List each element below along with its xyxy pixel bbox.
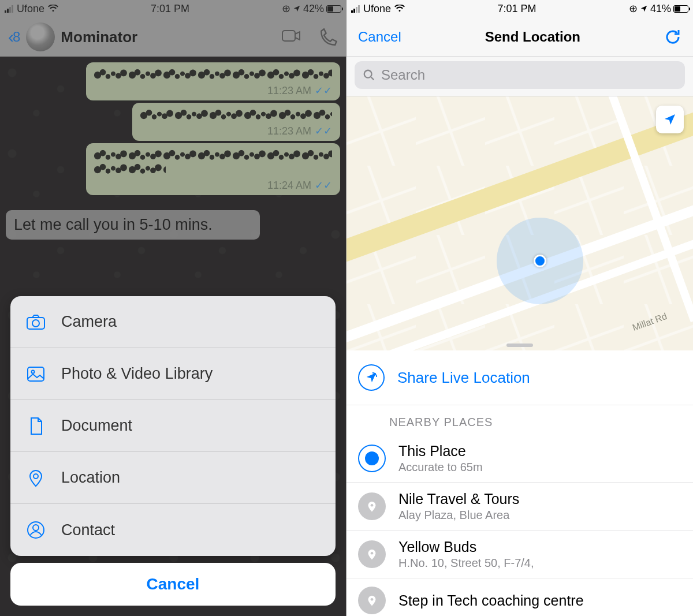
read-ticks-icon: ✓✓ — [315, 179, 332, 192]
cancel-button[interactable]: Cancel — [358, 29, 401, 45]
lock-icon: ⊕ — [282, 2, 290, 15]
document-icon — [25, 416, 46, 436]
sheet-item-photo-library[interactable]: Photo & Video Library — [10, 348, 336, 400]
search-bar-container: Search — [346, 57, 693, 96]
read-ticks-icon: ✓✓ — [315, 84, 332, 97]
message-time: 11:24 AM — [267, 180, 311, 191]
contact-icon — [25, 520, 46, 540]
photo-icon — [25, 364, 46, 384]
camera-icon — [25, 312, 46, 333]
lock-icon: ⊕ — [629, 2, 638, 15]
sheet-item-label: Photo & Video Library — [61, 365, 213, 383]
redacted-text — [94, 68, 332, 82]
sheet-item-label: Location — [61, 469, 120, 487]
place-item[interactable]: Nile Travel & ToursAlay Plaza, Blue Area — [346, 483, 693, 531]
message-bubble[interactable]: 11:24 AM✓✓ — [86, 143, 340, 195]
place-pin-icon — [358, 587, 386, 614]
current-location-marker — [497, 218, 583, 304]
message-bubble[interactable]: 11:23 AM✓✓ — [86, 62, 340, 100]
page-title: Send Location — [401, 29, 664, 45]
place-title: Yellow Buds — [398, 539, 534, 555]
place-title: Step in Tech coaching centre — [398, 592, 584, 609]
sheet-item-location[interactable]: Location — [10, 452, 336, 504]
right-screenshot: Ufone 7:01 PM ⊕ 41% Cancel Send Location… — [346, 0, 693, 616]
redacted-text — [94, 149, 332, 163]
search-icon — [363, 69, 375, 81]
clock-label: 7:01 PM — [58, 3, 282, 15]
location-services-icon — [293, 5, 301, 13]
wifi-icon — [48, 5, 58, 13]
left-screenshot: Ufone 7:01 PM ⊕ 42% ‹8 Mominator — [0, 0, 346, 616]
navigation-bar: Cancel Send Location — [346, 17, 693, 57]
svg-point-4 — [32, 370, 35, 373]
place-title: Nile Travel & Tours — [398, 491, 519, 507]
svg-point-5 — [33, 474, 38, 479]
message-bubble[interactable]: 11:23 AM✓✓ — [132, 103, 340, 141]
place-subtitle: Accurate to 65m — [398, 461, 483, 474]
svg-point-9 — [371, 504, 374, 507]
place-pin-icon — [358, 492, 386, 520]
clock-label: 7:01 PM — [405, 3, 629, 15]
place-title: This Place — [398, 443, 483, 460]
sheet-item-camera[interactable]: Camera — [10, 296, 336, 348]
svg-point-11 — [371, 598, 374, 601]
avatar[interactable] — [26, 23, 55, 51]
redacted-text — [140, 109, 332, 122]
search-input[interactable]: Search — [355, 61, 685, 89]
map-view[interactable]: Millat Rd — [346, 96, 693, 350]
svg-point-10 — [371, 552, 374, 555]
svg-rect-0 — [282, 31, 295, 41]
status-bar: Ufone 7:01 PM ⊕ 42% — [0, 0, 346, 17]
sheet-item-label: Camera — [61, 313, 117, 331]
video-call-icon[interactable] — [281, 28, 302, 46]
status-bar: Ufone 7:01 PM ⊕ 41% — [346, 0, 693, 17]
search-placeholder: Search — [381, 67, 425, 83]
signal-icon — [351, 5, 360, 13]
battery-icon — [326, 5, 341, 13]
incoming-message[interactable]: Let me call you in 5-10 mins. — [6, 210, 260, 240]
back-button[interactable]: ‹8 — [8, 27, 20, 47]
drag-handle[interactable] — [506, 344, 533, 347]
svg-rect-3 — [28, 367, 44, 381]
place-item-this-place[interactable]: This PlaceAccurate to 65m — [346, 435, 693, 483]
carrier-label: Ufone — [363, 3, 391, 15]
attachment-sheet: Camera Photo & Video Library Document Lo… — [10, 296, 336, 606]
svg-point-7 — [33, 525, 39, 531]
place-subtitle: Alay Plaza, Blue Area — [398, 509, 519, 522]
sheet-item-document[interactable]: Document — [10, 400, 336, 452]
contact-name[interactable]: Mominator — [61, 28, 275, 46]
refresh-icon[interactable] — [664, 28, 681, 46]
place-pin-icon — [358, 540, 386, 568]
share-live-location[interactable]: Share Live Location — [346, 350, 693, 405]
place-item[interactable]: Yellow BudsH.No. 10, Street 50, F-7/4, — [346, 531, 693, 578]
location-services-icon — [640, 5, 648, 13]
sheet-item-label: Contact — [61, 521, 115, 539]
share-live-label: Share Live Location — [397, 369, 530, 387]
selected-place-icon — [358, 445, 386, 472]
chat-header: ‹8 Mominator — [0, 17, 346, 57]
battery-pct: 42% — [303, 3, 324, 15]
unread-count: 8 — [13, 29, 20, 45]
read-ticks-icon: ✓✓ — [315, 125, 332, 137]
svg-point-8 — [364, 70, 372, 78]
signal-icon — [5, 5, 13, 13]
place-subtitle: H.No. 10, Street 50, F-7/4, — [398, 557, 534, 570]
battery-pct: 41% — [650, 3, 671, 15]
cancel-button[interactable]: Cancel — [10, 563, 336, 606]
redacted-text — [94, 163, 166, 177]
message-time: 11:23 AM — [267, 125, 311, 137]
live-location-icon — [358, 364, 385, 391]
location-panel: Share Live Location NEARBY PLACES This P… — [346, 350, 693, 616]
sheet-item-label: Document — [61, 417, 132, 435]
voice-call-icon[interactable] — [317, 28, 338, 46]
battery-icon — [673, 5, 688, 13]
sheet-item-contact[interactable]: Contact — [10, 504, 336, 556]
nearby-places-header: NEARBY PLACES — [346, 405, 693, 435]
carrier-label: Ufone — [17, 3, 44, 15]
wifi-icon — [394, 5, 405, 13]
message-time: 11:23 AM — [267, 85, 311, 96]
svg-point-2 — [32, 320, 39, 327]
message-list: 11:23 AM✓✓ 11:23 AM✓✓ 11:24 AM✓✓ Let me … — [0, 57, 346, 243]
place-item[interactable]: Step in Tech coaching centre — [346, 578, 693, 616]
recenter-button[interactable] — [656, 106, 684, 133]
